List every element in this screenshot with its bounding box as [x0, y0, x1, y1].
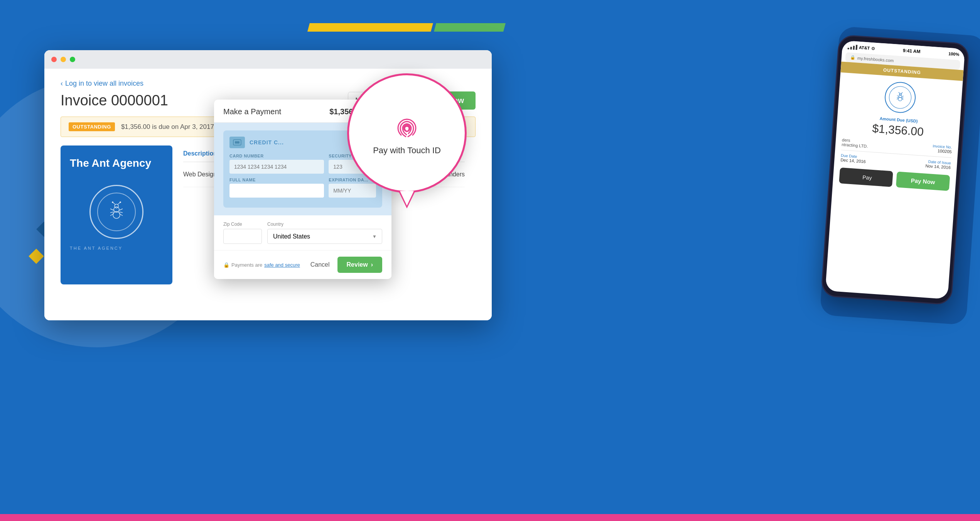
svg-line-19: [897, 96, 899, 96]
battery-indicator: 100%: [948, 51, 960, 57]
phone-time: 9:41 AM: [903, 48, 921, 54]
full-name-input[interactable]: [229, 184, 324, 198]
country-select[interactable]: United States Canada United Kingdom Aust…: [267, 229, 382, 244]
browser-dot-green: [70, 57, 75, 62]
url-text: my.freshbooks.com: [857, 56, 894, 63]
phone-logo-inner: [888, 86, 912, 110]
full-name-label: FULL NAME: [229, 178, 324, 182]
invoice-title: Invoice 0000001: [61, 92, 168, 109]
expiration-group: EXPIRATION DA...: [329, 178, 376, 198]
touch-id-bubble: Pay with Touch ID: [347, 73, 467, 193]
svg-line-6: [119, 209, 123, 210]
full-name-group: FULL NAME: [229, 178, 324, 198]
ant-logo-inner: [97, 193, 136, 231]
deco-bars: [309, 23, 504, 32]
issue-date-group: Date of Issue Nov 14, 2016: [925, 159, 951, 170]
back-link-text: Log in to view all invoices: [65, 80, 143, 88]
apple-pay-button[interactable]: Pay: [839, 167, 893, 187]
svg-line-7: [119, 212, 123, 213]
svg-line-25: [899, 92, 900, 93]
col-description: Description: [183, 150, 217, 157]
zip-code-label: Zip Code: [223, 222, 262, 227]
due-date-group: Due Date Dec 14, 2016: [840, 153, 866, 164]
carrier-name: AT&T: [859, 45, 870, 51]
company-name: The Ant Agency: [70, 157, 151, 169]
phone-billed-to: ders ntracting LTD.: [842, 137, 869, 149]
phone-screen: AT&T ⊙ 9:41 AM 100% 🔒 my.freshbooks.com …: [825, 41, 965, 299]
browser-dot-yellow: [61, 57, 66, 62]
apple-pay-label: Pay: [862, 174, 872, 181]
svg-line-20: [897, 97, 899, 98]
card-number-group: CARD NUMBER: [229, 154, 324, 174]
pink-bottom-strip: [0, 514, 980, 521]
expiration-input[interactable]: [329, 184, 376, 198]
row-description: Web Design: [183, 171, 217, 178]
deco-bar-green: [434, 23, 506, 32]
phone-ant-icon: [894, 91, 907, 104]
zip-code-input[interactable]: [223, 229, 262, 244]
invoice-no-value: 100205: [932, 148, 952, 154]
phone-logo-circle: [884, 81, 916, 114]
svg-line-26: [901, 92, 902, 93]
cancel-button[interactable]: Cancel: [310, 261, 330, 268]
svg-point-11: [112, 201, 113, 203]
country-label: Country: [267, 222, 382, 227]
outstanding-message: $1,356.00 is due on Apr 3, 2017.: [121, 123, 216, 131]
phone-buttons: Pay Pay Now: [839, 167, 950, 191]
phone-dates: Due Date Dec 14, 2016 Date of Issue Nov …: [840, 153, 951, 170]
card-number-label: CARD NUMBER: [229, 154, 324, 158]
browser-dot-red: [51, 57, 57, 62]
ant-icon: [105, 200, 128, 223]
ant-agency-logo: [89, 185, 143, 239]
svg-rect-14: [235, 141, 240, 144]
wifi-icon: ⊙: [871, 46, 875, 51]
modal-footer: 🔒 Payments are safe and secure Cancel Re…: [214, 250, 391, 279]
modal-footer-actions: Cancel Review ›: [310, 257, 382, 273]
card-number-input[interactable]: [229, 160, 324, 174]
zip-code-group: Zip Code: [223, 222, 262, 244]
lock-icon: 🔒: [223, 262, 229, 268]
phone-invoice-details: Invoice No. 100205: [932, 144, 952, 154]
country-select-wrapper: United States Canada United Kingdom Aust…: [267, 229, 382, 244]
safe-secure-link[interactable]: safe and secure: [264, 262, 300, 268]
review-button[interactable]: Review ›: [337, 257, 382, 273]
phone-outstanding-label: OUTSTANDING: [883, 67, 921, 75]
review-label: Review: [347, 261, 368, 268]
svg-line-3: [110, 209, 114, 210]
phone-pay-now-button[interactable]: Pay Now: [896, 171, 950, 191]
browser-titlebar: [44, 50, 492, 69]
modal-title: Make a Payment: [223, 107, 281, 116]
phone-details: ders ntracting LTD. Invoice No. 100205: [842, 137, 952, 154]
phone-carrier: AT&T ⊙: [848, 44, 875, 51]
deco-bar-yellow: [307, 23, 433, 32]
fingerprint-icon: [390, 111, 424, 145]
svg-point-12: [120, 201, 121, 203]
zip-country-row: Zip Code Country United States Canada Un…: [214, 215, 391, 250]
svg-line-22: [902, 96, 904, 96]
touch-id-text: Pay with Touch ID: [373, 145, 441, 156]
credit-card-chip-icon: [233, 139, 242, 146]
lock-icon-small: 🔒: [850, 55, 856, 60]
signal-icon: [848, 44, 858, 50]
mobile-phone: AT&T ⊙ 9:41 AM 100% 🔒 my.freshbooks.com …: [821, 34, 970, 305]
outstanding-badge: OUTSTANDING: [69, 122, 115, 131]
payments-text: Payments are: [231, 262, 262, 268]
chevron-right-icon: ›: [371, 261, 373, 268]
country-group: Country United States Canada United King…: [267, 222, 382, 244]
phone-content: Amount Due (USD) $1,356.00 ders ntractin…: [832, 72, 963, 196]
company-card: The Ant Agency: [61, 145, 172, 284]
credit-card-type-label: CREDIT C...: [250, 139, 284, 145]
card-chip-icon: [229, 137, 245, 148]
svg-line-4: [110, 212, 114, 213]
name-expiry-row: FULL NAME EXPIRATION DA...: [229, 178, 376, 198]
svg-line-23: [902, 98, 904, 98]
secure-payments-text: 🔒 Payments are safe and secure: [223, 262, 300, 268]
back-arrow-icon: ‹: [61, 80, 63, 88]
